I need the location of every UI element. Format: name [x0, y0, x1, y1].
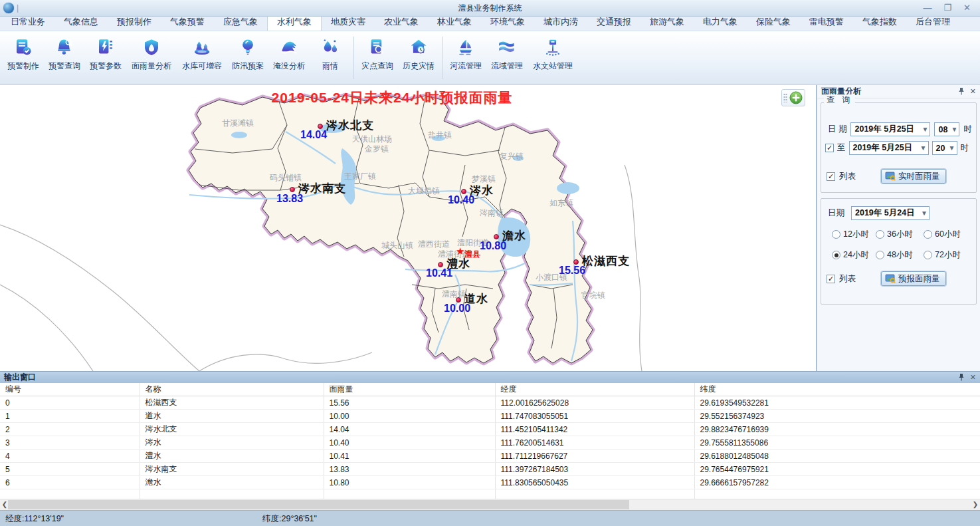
ribbon-button-boat[interactable]: 河流管理 — [445, 35, 486, 72]
panel-close-icon[interactable]: ✕ — [970, 88, 976, 95]
realtime-list-checkbox[interactable]: ✓ — [827, 172, 835, 181]
end-date-select[interactable]: 2019年 5月25日▼ — [849, 141, 929, 155]
ribbon-button-history-house[interactable]: 历史灾情 — [398, 35, 439, 72]
town-label: 如东镇 — [549, 197, 573, 209]
station-rain-value: 13.83 — [276, 193, 303, 205]
table-cell: 111.711219667627 — [495, 450, 694, 463]
ribbon-button-waves[interactable]: 流域管理 — [486, 35, 528, 72]
table-row[interactable]: 5涔水南支13.83111.39726718450329.76544769759… — [0, 463, 980, 476]
town-label: 涔南镇 — [480, 207, 504, 219]
station-marker[interactable] — [456, 297, 461, 303]
ribbon-button-label: 预警制作 — [7, 61, 39, 72]
output-table: 编号名称面雨量经度纬度 0松滋西支15.56112.00162562502829… — [0, 383, 980, 499]
start-date-select[interactable]: 2019年 5月25日▼ — [850, 122, 930, 136]
ribbon-toolbar: 预警制作预警查询预警参数面雨量分析水库可增容防汛预案淹没分析雨情灾点查询历史灾情… — [0, 31, 980, 85]
duration-radio[interactable]: 12小时 — [832, 229, 876, 240]
station-marker[interactable] — [438, 262, 443, 267]
pin-icon[interactable] — [958, 87, 965, 96]
zoom-in-icon[interactable] — [789, 90, 803, 105]
end-date-checkbox[interactable]: ✓ — [825, 144, 834, 152]
duration-label: 12小时 — [843, 229, 869, 240]
town-label: 复兴镇 — [500, 151, 524, 162]
station-rain-value: 15.56 — [559, 265, 585, 277]
map-chart-icon — [885, 273, 896, 284]
forecast-list-label: 列表 — [839, 273, 856, 285]
ribbon-button-bell-search[interactable]: 预警查询 — [44, 35, 85, 72]
station-rain-value: 10.40 — [448, 194, 474, 206]
town-label: 盐井镇 — [428, 130, 452, 141]
scroll-right-icon[interactable]: ❯ — [971, 499, 980, 510]
end-hour-select[interactable]: 20▼ — [932, 141, 957, 155]
duration-radio[interactable]: 36小时 — [876, 229, 924, 240]
pin-icon[interactable] — [958, 373, 965, 382]
minimize-icon[interactable]: — — [923, 3, 931, 13]
forecast-list-checkbox[interactable]: ✓ — [827, 275, 835, 283]
doc-search-icon — [367, 37, 387, 57]
station-marker[interactable] — [461, 189, 466, 194]
toolbar-grip-icon[interactable] — [783, 93, 787, 102]
start-hour-select[interactable]: 08▼ — [934, 122, 959, 136]
duration-radio[interactable]: 60小时 — [924, 229, 961, 240]
ribbon-group-separator — [353, 37, 354, 79]
table-row[interactable]: 2涔水北支14.04111.45210541134229.88234767169… — [0, 423, 980, 436]
ribbon-button-reservoir[interactable]: 水库可增容 — [177, 35, 227, 72]
bulb-icon — [238, 37, 258, 57]
table-cell: 10.80 — [324, 476, 495, 489]
ribbon-button-label: 预警查询 — [49, 61, 80, 72]
town-label: 大堰垱镇 — [408, 186, 440, 197]
station-name: 涔水北支 — [326, 118, 374, 133]
table-row[interactable]: 3涔水10.40111.7620051463129.7555811355086 — [0, 436, 980, 450]
table-cell: 29.6188012485048 — [694, 450, 980, 463]
map-zoom-toolbar — [781, 89, 805, 106]
ribbon-button-label: 预警参数 — [90, 61, 122, 72]
map-chart-icon — [885, 171, 896, 182]
ribbon-button-basin-rain[interactable]: 面雨量分析 — [126, 35, 177, 72]
table-row[interactable]: 4澧水10.41111.71121966762729.6188012485048 — [0, 450, 980, 463]
station-marker[interactable] — [318, 124, 323, 129]
station-marker[interactable] — [494, 234, 499, 239]
table-cell: 111.76200514631 — [495, 436, 694, 450]
ribbon-button-label: 历史灾情 — [403, 61, 435, 72]
table-row[interactable]: 6澹水10.80111.83056505043529.6666157957282 — [0, 476, 980, 489]
ribbon-button-label: 雨情 — [322, 61, 338, 72]
forecast-rain-button[interactable]: 预报面雨量 — [881, 271, 946, 286]
station-marker[interactable] — [573, 259, 579, 265]
station-marker[interactable] — [290, 187, 295, 192]
scrollbar-thumb[interactable] — [8, 500, 629, 509]
duration-radio[interactable]: 24小时 — [832, 249, 876, 261]
county-star-icon: ★ — [456, 247, 464, 255]
duration-radio[interactable]: 72小时 — [924, 249, 961, 261]
ribbon-button-doc-edit[interactable]: 预警制作 — [3, 35, 44, 72]
horizontal-scrollbar[interactable]: ❮ ❯ — [0, 499, 980, 510]
forecast-date-select[interactable]: 2019年 5月24日▼ — [851, 206, 930, 220]
ribbon-button-hydro-station[interactable]: 水文站管理 — [528, 35, 578, 72]
table-row[interactable]: 0松滋西支15.56112.00162562502829.61935495322… — [0, 396, 980, 410]
table-cell: 29.8823476716939 — [694, 423, 980, 436]
table-cell: 10.00 — [324, 410, 495, 423]
duration-radio[interactable]: 48小时 — [876, 249, 924, 261]
to-label: 至 — [837, 142, 846, 154]
ribbon-button-bulb[interactable]: 防汛预案 — [227, 35, 268, 72]
close-icon[interactable]: ✕ — [963, 3, 971, 13]
county-name-label: 澧县 — [464, 249, 480, 260]
ribbon-button-flood-wave[interactable]: 淹没分析 — [268, 35, 310, 72]
table-cell: 29.7654476975921 — [694, 463, 980, 476]
realtime-rain-button[interactable]: 实时面雨量 — [881, 169, 946, 184]
ribbon-button-doc-search[interactable]: 灾点查询 — [357, 35, 398, 72]
ribbon-group-separator — [442, 37, 442, 79]
table-row[interactable]: 1道水10.00111.74708305505129.552156374923 — [0, 410, 980, 423]
station-rain-value: 10.00 — [444, 303, 470, 315]
history-house-icon — [409, 37, 429, 57]
map-forecast-title: 2019-05-24日未来24小时预报面雨量 — [0, 88, 784, 107]
map-canvas[interactable]: 2019-05-24日未来24小时预报面雨量 甘溪滩镇盐井镇天供山林场金罗镇码头… — [0, 85, 817, 371]
duration-label: 48小时 — [887, 249, 913, 261]
ribbon-button-label: 灾点查询 — [361, 61, 393, 72]
output-close-icon[interactable]: ✕ — [970, 374, 976, 381]
town-label: 澧南镇 — [442, 289, 466, 300]
ribbon-button-doc-params[interactable]: 预警参数 — [85, 35, 126, 72]
table-cell: 111.452105411342 — [495, 423, 694, 436]
town-label: 官垸镇 — [581, 290, 605, 301]
ribbon-button-raindrops[interactable]: 雨情 — [310, 35, 351, 72]
table-cell: 10.41 — [324, 450, 495, 463]
restore-icon[interactable]: ❐ — [943, 3, 951, 13]
